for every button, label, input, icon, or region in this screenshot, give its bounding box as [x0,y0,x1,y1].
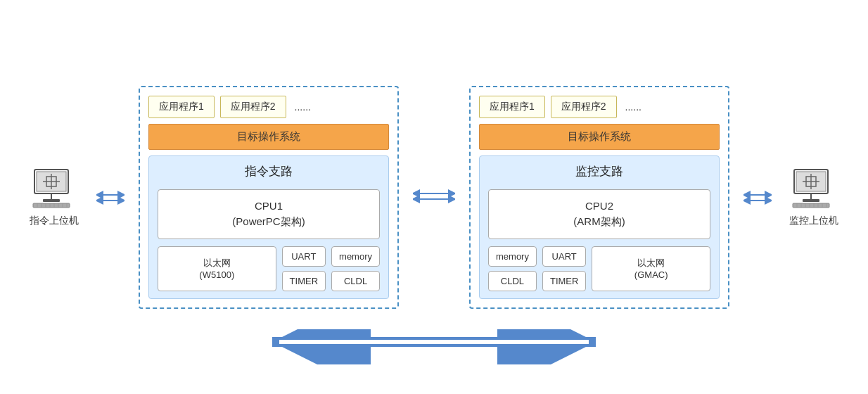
left-cpu-line1: CPU1 [167,198,371,215]
right-uart: UART [542,246,586,267]
left-app1: 应用程序1 [148,96,215,118]
left-apps-row: 应用程序1 应用程序2 ...... [148,96,389,118]
left-cldl: CLDL [331,271,380,291]
left-eth-line2: (W5100) [199,269,234,280]
svg-rect-6 [43,199,60,202]
right-eth-line1: 以太网 [637,257,665,269]
right-computer-label: 监控上位机 [789,215,838,227]
left-periph-group: UART TIMER [282,246,326,291]
right-inner-title: 监控支路 [488,163,710,182]
left-timer: TIMER [282,271,326,291]
right-periph-group1: memory CLDL [488,246,537,291]
right-side-arrow [743,186,772,208]
architecture-diagram: 指令上位机 应用程序1 应用程序2 [19,14,849,380]
left-cpu-box: CPU1 (PowerPC架构) [158,189,380,239]
left-inner-box: 指令支路 CPU1 (PowerPC架构) 以太网 (W5100) UART T… [148,155,389,299]
middle-horizontal-arrow [413,185,455,209]
right-eth-line2: (GMAC) [634,269,668,280]
right-app-ellipsis: ...... [623,97,644,117]
right-inner-box: 监控支路 CPU2 (ARM架构) memory CLDL UART TIMER [479,155,720,299]
left-peripherals: 以太网 (W5100) UART TIMER memory CLDL [158,246,380,291]
left-computer: 指令上位机 [26,167,82,227]
right-periph-group2: UART TIMER [542,246,586,291]
left-eth-line1: 以太网 [203,257,231,269]
right-os-bar: 目标操作系统 [479,124,720,150]
right-app2: 应用程序2 [551,96,617,118]
right-peripherals: memory CLDL UART TIMER 以太网 (GMAC) [488,246,710,291]
left-computer-icon [29,167,79,209]
right-computer-icon [789,167,839,209]
right-apps-row: 应用程序1 应用程序2 ...... [479,96,720,118]
left-side-arrow [96,186,125,208]
svg-rect-7 [33,203,70,208]
left-memory: memory [331,246,380,267]
bottom-arrow-area [265,329,603,367]
right-cpu-line1: CPU2 [497,198,701,215]
right-cpu-box: CPU2 (ARM架构) [488,189,710,239]
left-system-box: 应用程序1 应用程序2 ...... 目标操作系统 指令支路 CPU1 (Pow… [139,86,399,309]
left-os-bar: 目标操作系统 [148,124,389,150]
svg-rect-29 [793,203,829,208]
right-cpu-line2: (ARM架构) [497,214,701,230]
right-cldl: CLDL [488,271,537,291]
left-periph-group2: memory CLDL [331,246,380,291]
left-uart: UART [282,246,326,267]
right-computer: 监控上位机 [786,167,842,227]
right-app1: 应用程序1 [479,96,545,118]
left-cpu-line2: (PowerPC架构) [167,214,371,230]
left-app-ellipsis: ...... [292,97,314,117]
left-computer-label: 指令上位机 [30,215,79,227]
left-app2: 应用程序2 [220,96,286,118]
left-eth-box: 以太网 (W5100) [158,246,276,291]
right-memory: memory [488,246,537,267]
right-timer: TIMER [542,271,586,291]
left-inner-title: 指令支路 [158,163,380,182]
right-eth-box: 以太网 (GMAC) [592,246,710,291]
right-system-box: 应用程序1 应用程序2 ...... 目标操作系统 监控支路 CPU2 (ARM… [469,86,729,309]
svg-rect-28 [803,199,819,202]
